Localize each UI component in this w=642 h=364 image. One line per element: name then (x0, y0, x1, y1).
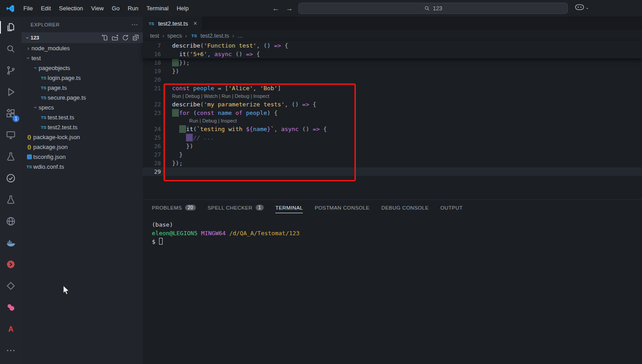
collapse-all-icon[interactable] (131, 33, 140, 42)
blob-icon (5, 302, 16, 313)
ts-file-icon: TS (40, 75, 48, 80)
activity-testing[interactable] (0, 146, 22, 167)
panel-tab-badge: 20 (185, 205, 196, 211)
breadcrumb-item[interactable]: TStest2.test.ts (190, 33, 229, 39)
explorer-more-actions-icon[interactable]: ⋯ (131, 21, 138, 29)
check-circle-icon (5, 173, 16, 184)
activity-source-control[interactable] (0, 60, 22, 81)
menu-edit[interactable]: Edit (37, 0, 55, 17)
code-line-24[interactable]: 24 it(`testing with ${name}`, async () =… (143, 125, 642, 133)
codelens-actions[interactable]: Run | Debug | Inspect (143, 117, 642, 125)
tree-item-test-test-ts[interactable]: TStest.test.ts (22, 112, 143, 122)
line-number: 19 (143, 67, 172, 75)
tree-item-label: login.page.ts (48, 75, 81, 81)
menu-file[interactable]: File (19, 0, 37, 17)
tree-item-login-page-ts[interactable]: TSlogin.page.ts (22, 73, 143, 83)
tree-item-test[interactable]: ›test (22, 53, 143, 63)
title-bar: FileEditSelectionViewGoRunTerminalHelp ←… (0, 0, 642, 17)
code-line-27[interactable]: 27 } (143, 150, 642, 159)
breadcrumb-item[interactable]: test (150, 33, 159, 39)
terminal-output[interactable]: (base)eleon@LEGION5 MINGW64 /d/QA_A/Test… (143, 216, 642, 246)
activity-extension-pink[interactable] (0, 297, 22, 318)
menu-terminal[interactable]: Terminal (142, 0, 173, 17)
menu-run[interactable]: Run (124, 0, 142, 17)
new-folder-icon[interactable] (111, 33, 120, 42)
tree-item-pageobjects[interactable]: ›pageobjects (22, 63, 143, 73)
activity-explorer[interactable] (0, 17, 22, 38)
workspace-name: 123 (31, 35, 39, 40)
code-line-29[interactable]: 29 (143, 167, 642, 176)
panel-tab-debug-console[interactable]: DEBUG CONSOLE (381, 202, 429, 213)
tree-item-label: test.test.ts (48, 114, 74, 121)
code-line-22[interactable]: 22describe('my parameterize tests', () =… (143, 100, 642, 109)
panel-tab-output[interactable]: OUTPUT (440, 202, 463, 213)
tsconfig-file-icon (25, 154, 33, 159)
panel-tab-label: OUTPUT (440, 205, 463, 211)
code-line-25[interactable]: 25 // ... (143, 133, 642, 142)
explorer-actions (100, 33, 140, 42)
activity-extension-red-circle[interactable] (0, 254, 22, 275)
line-number: 29 (143, 167, 172, 176)
tree-item-wdio-conf-ts[interactable]: TSwdio.conf.ts (22, 162, 143, 171)
command-center-search[interactable]: 123 (298, 3, 568, 14)
tree-item-tsconfig-json[interactable]: tsconfig.json (22, 152, 143, 162)
activity-extension-flask[interactable] (0, 189, 22, 211)
tab-test2-test-ts[interactable]: TStest2.test.ts× (143, 17, 202, 30)
code-editor[interactable]: 7describe('Function test', () => {16 it(… (143, 41, 642, 199)
tree-item-specs[interactable]: ›specs (22, 102, 143, 112)
menu-bar: FileEditSelectionViewGoRunTerminalHelp (19, 0, 193, 17)
activity-allure[interactable]: A (0, 318, 22, 340)
copilot-menu[interactable]: ⌄ (575, 4, 589, 11)
code-line-16[interactable]: 16 it('5+6', async () => { (143, 50, 642, 58)
line-number: 16 (143, 50, 172, 58)
activity-browser-preview[interactable] (0, 211, 22, 232)
tree-item-label: specs (39, 104, 54, 111)
activity-docker[interactable] (0, 232, 22, 254)
activity-bar: 1A (0, 17, 22, 364)
activity-extension-misc[interactable] (0, 275, 22, 297)
code-line-7[interactable]: 7describe('Function test', () => { (143, 41, 642, 50)
activity-search[interactable] (0, 38, 22, 60)
panel-tab-problems[interactable]: PROBLEMS20 (152, 202, 196, 213)
menu-go[interactable]: Go (108, 0, 124, 17)
code-line-28[interactable]: 28}); (143, 159, 642, 167)
tree-item-page-ts[interactable]: TSpage.ts (22, 83, 143, 92)
tree-item-test2-test-ts[interactable]: TStest2.test.ts (22, 122, 143, 132)
activity-extensions[interactable]: 1 (0, 103, 22, 124)
code-line-20[interactable]: 20 (143, 75, 642, 84)
tree-item-node-modules[interactable]: ›node_modules (22, 43, 143, 53)
panel-tab-spell-checker[interactable]: SPELL CHECKER1 (208, 202, 264, 213)
code-line-19[interactable]: 19}) (143, 67, 642, 75)
code-line-21[interactable]: 21const people = ['Alice', 'Bob'] (143, 84, 642, 92)
breadcrumb-separator: › (185, 33, 187, 39)
breadcrumb-item[interactable]: … (237, 33, 243, 39)
code-text: }); (172, 58, 190, 67)
refresh-icon[interactable] (121, 33, 130, 42)
nav-back-icon[interactable]: ← (272, 4, 279, 13)
tree-item-secure-page-ts[interactable]: TSsecure.page.ts (22, 92, 143, 102)
svg-text:A: A (8, 325, 13, 333)
codelens-actions[interactable]: Run | Debug | Watch | Run | Debug | Insp… (143, 92, 642, 100)
new-file-icon[interactable] (100, 33, 109, 42)
activity-remote-explorer[interactable] (0, 124, 22, 146)
menu-view[interactable]: View (87, 0, 108, 17)
ts-file-icon: TS (40, 115, 48, 120)
code-line-23[interactable]: 23 for (const name of people) { (143, 109, 642, 117)
tree-item-package-lock-json[interactable]: {}package-lock.json (22, 132, 143, 142)
workspace-section-header[interactable]: › 123 (22, 32, 143, 43)
chevron-down-icon: › (25, 55, 32, 61)
panel-tab-postman-console[interactable]: POSTMAN CONSOLE (314, 202, 369, 213)
code-line-18[interactable]: 18 }); (143, 58, 642, 67)
nav-forward-icon[interactable]: → (286, 4, 293, 13)
close-icon[interactable]: × (193, 20, 197, 27)
panel-tab-terminal[interactable]: TERMINAL (275, 202, 303, 213)
menu-help[interactable]: Help (173, 0, 193, 17)
terminal-line: (base) (152, 220, 642, 229)
tree-item-package-json[interactable]: {}package.json (22, 142, 143, 152)
breadcrumb-item[interactable]: specs (167, 33, 182, 39)
activity-run-and-debug[interactable] (0, 81, 22, 103)
menu-selection[interactable]: Selection (55, 0, 87, 17)
activity-more-actions[interactable] (0, 340, 22, 361)
activity-test-results[interactable] (0, 167, 22, 189)
code-line-26[interactable]: 26 }) (143, 142, 642, 150)
